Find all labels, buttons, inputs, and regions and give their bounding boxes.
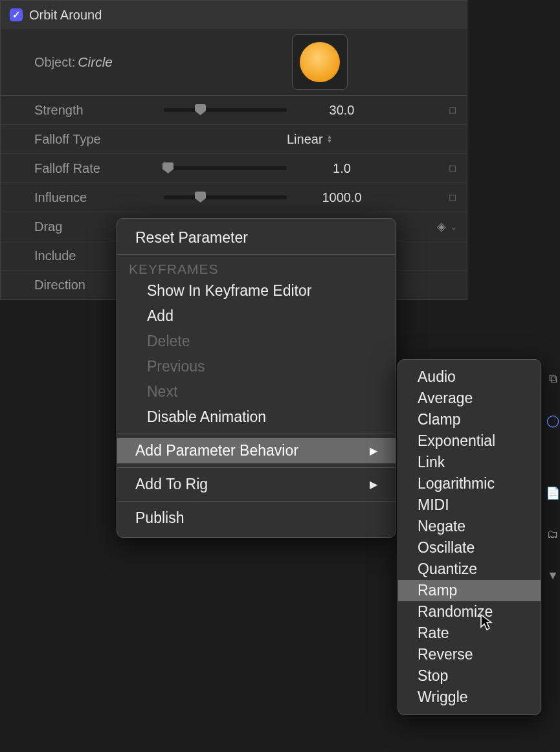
separator: [117, 501, 396, 502]
right-rail: ⧉ ◯ 📄 🗂 ▼: [546, 372, 560, 722]
submenu-item-clamp[interactable]: Clamp: [398, 409, 541, 430]
separator: [117, 467, 396, 468]
submenu-item-logarithmic[interactable]: Logarithmic: [398, 473, 541, 494]
ctx-add-to-rig[interactable]: Add To Rig ▶: [117, 472, 396, 497]
circle-icon: [300, 42, 340, 82]
ctx-next-label: Next: [135, 383, 177, 401]
param-falloffrate: Falloff Rate 1.0 ◇: [1, 153, 467, 182]
submenu-item-audio[interactable]: Audio: [398, 366, 541, 388]
slider-strength[interactable]: [164, 108, 287, 112]
rail-icon[interactable]: 📄: [546, 486, 560, 500]
separator: [117, 254, 396, 255]
ctx-previous-label: Previous: [135, 358, 205, 375]
submenu-item-exponential[interactable]: Exponential: [398, 430, 541, 452]
separator: [117, 434, 396, 434]
param-fallofftype: Falloff Type Linear ▲▼: [1, 124, 467, 153]
label-strength: Strength: [14, 103, 164, 118]
value-falloffrate[interactable]: 1.0: [300, 161, 384, 176]
submenu-item-stop[interactable]: Stop: [398, 665, 541, 687]
label-fallofftype: Falloff Type: [14, 132, 164, 147]
popup-fallofftype[interactable]: Linear ▲▼: [287, 132, 371, 147]
ctx-publish[interactable]: Publish: [117, 505, 396, 531]
behavior-header[interactable]: Orbit Around: [1, 0, 467, 29]
rail-icon[interactable]: ◯: [546, 414, 560, 428]
ctx-show[interactable]: Show In Keyframe Editor: [117, 278, 396, 304]
submenu-item-rate[interactable]: Rate: [398, 623, 541, 644]
submenu-item-quantize[interactable]: Quantize: [398, 558, 541, 580]
rail-icon[interactable]: ⧉: [546, 372, 560, 386]
keyframe-icon[interactable]: ◇: [445, 102, 461, 118]
ctx-next: Next: [117, 379, 396, 404]
submenu-item-negate[interactable]: Negate: [398, 516, 541, 537]
value-influence[interactable]: 1000.0: [300, 190, 384, 205]
ctx-reset[interactable]: Reset Parameter: [117, 225, 396, 250]
param-strength: Strength 30.0 ◇: [1, 95, 467, 124]
slider-falloffrate[interactable]: [164, 166, 287, 170]
slider-influence[interactable]: [164, 195, 287, 199]
label-influence: Influence: [14, 190, 164, 205]
submenu-item-wriggle[interactable]: Wriggle: [398, 687, 541, 708]
ctx-addrig-label: Add To Rig: [135, 476, 208, 493]
keyframe-icon[interactable]: ◇: [445, 189, 461, 205]
chevron-down-icon[interactable]: ⌄: [450, 221, 458, 232]
ctx-addbeh-label: Add Parameter Behavior: [135, 442, 298, 459]
ctx-previous: Previous: [117, 354, 396, 379]
ctx-add-label: Add: [135, 307, 174, 325]
keyframe-icon[interactable]: ◇: [445, 160, 461, 176]
submenu-item-reverse[interactable]: Reverse: [398, 644, 541, 665]
object-label: Object:: [34, 55, 75, 70]
submenu-item-ramp[interactable]: Ramp: [398, 580, 541, 601]
ctx-disable[interactable]: Disable Animation: [117, 404, 396, 430]
context-menu: Reset Parameter KEYFRAMES Show In Keyfra…: [117, 218, 396, 538]
param-influence: Influence 1000.0 ◇: [1, 182, 467, 212]
submenu-arrow-icon: ▶: [370, 478, 377, 491]
rail-icon[interactable]: ▼: [546, 569, 560, 583]
ctx-disable-label: Disable Animation: [135, 408, 266, 426]
behavior-title: Orbit Around: [29, 8, 102, 23]
submenu-arrow-icon: ▶: [370, 445, 377, 457]
object-well[interactable]: [292, 34, 348, 90]
object-row: Object: Circle: [1, 29, 467, 95]
value-strength[interactable]: 30.0: [300, 103, 384, 118]
keyframe-menu-icon[interactable]: ◈: [437, 219, 446, 234]
enable-checkbox[interactable]: [10, 8, 23, 21]
behavior-submenu: AudioAverageClampExponentialLinkLogarith…: [398, 359, 541, 715]
submenu-item-randomize[interactable]: Randomize: [398, 601, 541, 623]
ctx-delete: Delete: [117, 329, 396, 354]
submenu-item-link[interactable]: Link: [398, 452, 541, 473]
submenu-item-average[interactable]: Average: [398, 388, 541, 409]
ctx-add[interactable]: Add: [117, 304, 396, 329]
rail-icon[interactable]: 🗂: [546, 527, 560, 542]
label-falloffrate: Falloff Rate: [14, 161, 164, 176]
updown-icon: ▲▼: [327, 135, 333, 144]
object-name: Circle: [78, 54, 113, 70]
ctx-show-label: Show In Keyframe Editor: [135, 282, 311, 300]
ctx-delete-label: Delete: [135, 333, 190, 350]
submenu-item-oscillate[interactable]: Oscillate: [398, 537, 541, 558]
submenu-item-midi[interactable]: MIDI: [398, 494, 541, 516]
ctx-add-parameter-behavior[interactable]: Add Parameter Behavior ▶: [117, 438, 396, 463]
fallofftype-value: Linear: [287, 132, 323, 147]
ctx-section-keyframes: KEYFRAMES: [117, 259, 396, 278]
